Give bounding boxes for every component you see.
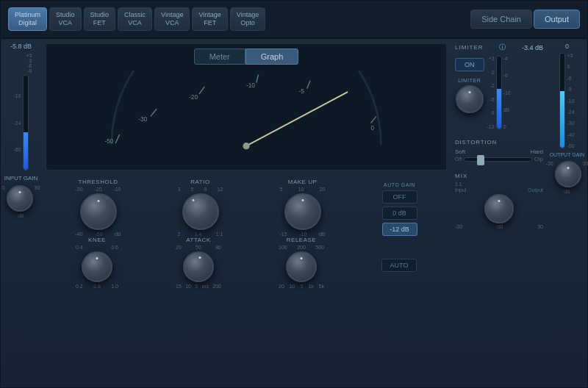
output-button[interactable]: Output xyxy=(534,10,580,29)
auto-gain-0db-btn[interactable]: 0 dB xyxy=(382,206,417,220)
preset-classic-vca[interactable]: ClassicVCA xyxy=(118,7,152,31)
svg-text:-30: -30 xyxy=(138,116,147,123)
threshold-knob[interactable] xyxy=(80,193,117,230)
input-db-label: dB xyxy=(18,213,24,218)
svg-line-12 xyxy=(246,92,348,146)
distortion-slider-row: Off Clip xyxy=(455,157,543,162)
preset-buttons: PlatinumDigital StudioVCA StudioFET Clas… xyxy=(8,7,265,31)
svg-text:-5: -5 xyxy=(299,88,305,95)
attack-knob-group: ATTACK 205080 15105ms200 xyxy=(176,237,221,289)
side-output-buttons: Side Chain Output xyxy=(470,10,580,29)
svg-text:-50: -50 xyxy=(105,138,114,145)
main-container: PlatinumDigital StudioVCA StudioFET Clas… xyxy=(0,0,588,388)
mix-sublabels: Input Output xyxy=(455,187,543,193)
distortion-section: DISTORTION Soft Hard Off Clip xyxy=(455,134,543,162)
mix-scale: -30dB30 xyxy=(455,224,543,229)
distortion-slider[interactable] xyxy=(464,157,532,162)
preset-studio-vca[interactable]: StudioVCA xyxy=(49,7,82,31)
output-gain-fader[interactable] xyxy=(559,53,565,148)
vu-arc-svg: -50 -30 -20 -10 -5 xyxy=(51,71,442,151)
input-knob-group: 0 30 xyxy=(2,185,40,212)
preset-vintage-opto[interactable]: VintageOpto xyxy=(230,7,265,31)
knobs-row-2: KNEE 0.40.6 0.20.81.0 ATTACK 205080 xyxy=(41,237,451,292)
distortion-soft-hard: Soft Hard xyxy=(455,148,543,155)
auto-gain-section: AUTO GAIN OFF 0 dB -12 dB xyxy=(382,182,417,236)
ratio-knob[interactable] xyxy=(182,193,219,230)
svg-line-8 xyxy=(307,81,311,89)
svg-line-10 xyxy=(371,116,376,123)
limiter-control-row: ON LIMITER +3 0 -2 -6 -9 -12 xyxy=(455,56,543,129)
threshold-label: THRESHOLD xyxy=(79,179,118,185)
threshold-knob-group: THRESHOLD -30-20-10 -40-50dB xyxy=(76,179,121,237)
svg-line-0 xyxy=(115,134,120,143)
limiter-fader[interactable] xyxy=(496,56,502,129)
output-gain-label: OUTPUT GAIN xyxy=(550,152,585,157)
attack-knob[interactable] xyxy=(183,251,214,282)
limiter-fader-group: +3 0 -2 -6 -9 -12 -4 -8 -10 dB xyxy=(487,56,511,129)
svg-line-2 xyxy=(151,109,157,116)
main-body: -5.8 dB +30-6-9 -18 -24 -60 INPUT GAIN 0… xyxy=(1,39,587,387)
auto-button[interactable]: AUTO xyxy=(381,259,417,272)
knee-label: KNEE xyxy=(88,237,106,243)
svg-point-13 xyxy=(243,143,249,149)
threshold-r-knob[interactable] xyxy=(456,85,484,113)
knee-knob[interactable] xyxy=(82,251,112,282)
makeup-knob[interactable] xyxy=(284,193,321,230)
input-fader-scale-top: +30-6-9 xyxy=(10,53,32,73)
limiter-info-icon: ⓘ xyxy=(499,43,506,52)
mix-knob[interactable] xyxy=(484,194,514,223)
auto-btn-group: AUTO xyxy=(381,237,417,276)
release-knob-group: RELEASE 100200500 201051k5k xyxy=(279,237,324,289)
output-db-label: dB xyxy=(564,189,570,194)
top-header: PlatinumDigital StudioVCA StudioFET Clas… xyxy=(1,1,587,39)
input-gain-label: INPUT GAIN xyxy=(4,175,38,182)
input-gain-fader[interactable] xyxy=(23,75,29,170)
output-gain-knob[interactable] xyxy=(555,161,581,187)
output-fader-group: +3 0 -6 -9 -18 -24 -30 -40 -60 xyxy=(559,53,574,148)
auto-gain-minus12-btn[interactable]: -12 dB xyxy=(382,223,417,236)
limiter-on-button[interactable]: ON xyxy=(455,58,484,71)
distortion-label: DISTORTION xyxy=(455,139,497,146)
limiter-scale-right: -4 -8 -10 dB 0 xyxy=(503,56,511,129)
threshold-r-label: LIMITER xyxy=(458,78,481,83)
preset-studio-fet[interactable]: StudioFET xyxy=(84,7,116,31)
right-fader-col: 0 +3 0 -6 -9 -18 -24 -30 -40 -60 OUTPUT … xyxy=(547,39,587,387)
mix-label: MIX xyxy=(455,173,467,179)
svg-line-4 xyxy=(199,87,204,94)
limiter-header: LIMITER ⓘ -3.4 dB xyxy=(455,43,543,52)
limiter-on-col: ON LIMITER xyxy=(455,56,484,113)
release-knob[interactable] xyxy=(286,251,317,282)
limiter-value: -3.4 dB xyxy=(522,44,543,51)
svg-text:-10: -10 xyxy=(246,82,255,89)
svg-text:0: 0 xyxy=(371,125,375,132)
input-gain-knob[interactable] xyxy=(7,185,33,212)
mix-ratio-label: 1:1 xyxy=(455,182,543,187)
left-fader-col: -5.8 dB +30-6-9 -18 -24 -60 INPUT GAIN 0… xyxy=(1,39,41,387)
makeup-label: MAKE UP xyxy=(288,179,318,185)
svg-line-6 xyxy=(257,75,259,83)
ratio-knob-group: RATIO 35812 21.41:1 xyxy=(178,179,223,237)
release-label: RELEASE xyxy=(287,237,316,243)
auto-gain-title: AUTO GAIN xyxy=(384,182,415,187)
output-gain-value: 0 xyxy=(565,43,569,50)
graph-tab[interactable]: Graph xyxy=(245,48,299,65)
input-fader-scale-main: -18 -24 -60 xyxy=(13,93,21,152)
makeup-knob-group: MAKE UP 51020 -15-10dB xyxy=(280,179,326,237)
right-panel: LIMITER ⓘ -3.4 dB ON LIMITER +3 xyxy=(451,39,547,387)
auto-gain-off-btn[interactable]: OFF xyxy=(382,190,417,204)
distortion-thumb xyxy=(477,155,484,165)
preset-platinum-digital[interactable]: PlatinumDigital xyxy=(8,7,47,31)
ratio-label: RATIO xyxy=(190,179,209,185)
meter-tabs: Meter Graph xyxy=(51,48,442,65)
attack-label: ATTACK xyxy=(186,237,210,243)
knobs-row-1: THRESHOLD -30-20-10 -40-50dB RATIO 3 xyxy=(41,175,451,237)
svg-text:-20: -20 xyxy=(189,94,198,101)
preset-vintage-fet[interactable]: VintageFET xyxy=(192,7,227,31)
vu-meter-section: Meter Graph -50 -30 xyxy=(45,43,448,171)
sidechain-button[interactable]: Side Chain xyxy=(470,10,532,29)
mix-knob-row xyxy=(455,194,543,223)
preset-vintage-vca[interactable]: VintageVCA xyxy=(154,7,190,31)
output-knob-row: -30 30 xyxy=(546,161,588,187)
limiter-scale-left: +3 0 -2 -6 -9 -12 xyxy=(487,56,495,129)
meter-tab[interactable]: Meter xyxy=(194,48,245,65)
